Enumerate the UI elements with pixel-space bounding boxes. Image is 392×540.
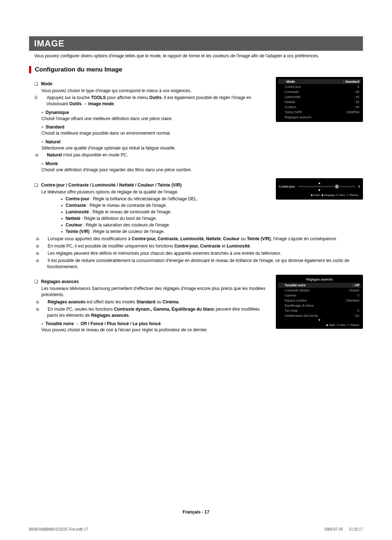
- mode-item-naturel-desc: Sélectionne une qualité d'image optimale…: [41, 145, 269, 151]
- mode-item-dynamique: Dynamique: [41, 110, 269, 115]
- tools-note: ⎘ Appuyez sur la touche TOOLS pour affic…: [46, 95, 269, 107]
- mode-item-dynamique-desc: Choisit l'image offrant une meilleure dé…: [41, 116, 269, 122]
- list-item: Contre-jour : Règle la brillance du rétr…: [66, 196, 269, 202]
- params-heading: Contre-jour / Contraste / Luminosité / N…: [34, 183, 269, 188]
- note-icon: ⦻: [41, 299, 46, 305]
- advanced-note1: ⦻ Réglages avancés est offert dans les m…: [47, 299, 269, 305]
- mode-item-movie: Movie: [41, 161, 269, 166]
- osd-image-menu: · Mode: Standard Contre-jour: 5 Contrast…: [276, 77, 363, 122]
- params-note3: ⦻ Les réglages peuvent être définis et m…: [47, 250, 363, 257]
- print-left: [8500-NA]BN68-02322C-Fre.indb 17: [29, 527, 88, 531]
- list-item: Luminosité : Règle le niveau de luminosi…: [66, 209, 269, 215]
- params-list: Contre-jour : Règle la brillance du rétr…: [52, 196, 269, 235]
- osd-advanced: Réglages avancés Tonalité noire: Off Con…: [276, 275, 363, 329]
- list-item: Contraste : Règle le niveau de contraste…: [66, 202, 269, 209]
- slider-thumb: [335, 185, 338, 188]
- mode-item-standard-desc: Choisit la meilleure image possible dans…: [41, 130, 269, 136]
- params-note2: ⦻ En mode PC, il est possible de modifie…: [47, 243, 363, 249]
- osd-slider: ▲ Contre-jour 5 ▼ ◆ Dépl. ◆ Réglage ⏎ In…: [276, 178, 363, 200]
- page-footer: Français - 17: [0, 510, 392, 515]
- osd-row: Contre-jour: 5: [278, 84, 361, 89]
- mode-item-naturel: Naturel: [41, 139, 269, 144]
- mode-heading: Mode: [34, 81, 269, 86]
- advanced-heading: Réglages avancés: [34, 279, 269, 284]
- tonalite-desc: Vous pouvez choisir le niveau de noir à …: [41, 327, 269, 333]
- osd-footer: ◆ Dépl. ⏎ Intro. ↩ Retour: [278, 322, 361, 327]
- osd-title: Réglages avancés: [278, 277, 361, 283]
- list-item: Netteté : Règle la définition du bord de…: [66, 215, 269, 222]
- banner-title: IMAGE: [29, 36, 363, 51]
- osd-row: Espace couleur: Standard: [278, 298, 361, 303]
- osd-row: Contraste: 95: [278, 89, 361, 94]
- osd-row: · Mode: Standard: [278, 79, 361, 84]
- osd-row: Couleur: 50: [278, 105, 361, 110]
- naturel-note: ⦻ Naturel n'est pas disponible en mode P…: [46, 152, 269, 158]
- red-bar-icon: [29, 66, 31, 73]
- slider-label: Contre-jour: [279, 185, 295, 188]
- note-icon: ⦻: [41, 152, 46, 158]
- arrow-down-icon: ▼: [279, 188, 360, 192]
- mode-desc: Vous pouvez choisir le type d'image qui …: [41, 88, 269, 94]
- advanced-desc: Les nouveaux téléviseurs Samsung permett…: [41, 286, 269, 298]
- slider-value: 5: [358, 185, 360, 188]
- osd-row: Contraste dynam.: Moyen: [278, 288, 361, 293]
- mode-item-movie-desc: Choisit une définition d'image pour rega…: [41, 167, 269, 173]
- section-heading: Configuration du menu Image: [29, 66, 363, 73]
- tools-icon: ⎘: [41, 95, 46, 101]
- osd-footer: ◆ Dépl. ◆ Réglage ⏎ Intro. ↩ Retour: [279, 192, 360, 197]
- note-icon: ⦻: [41, 258, 46, 264]
- advanced-note2: ⦻ En mode PC, seules les fonctions Contr…: [47, 306, 269, 319]
- note-icon: ⦻: [41, 306, 46, 312]
- osd-row: Équilibrage du blanc: [278, 303, 361, 308]
- osd-row: Gamma: 0: [278, 293, 361, 298]
- list-item: Teinte (V/R) : Règle la teinte de couleu…: [66, 228, 269, 235]
- note-icon: ⦻: [41, 250, 46, 257]
- osd-row: Amélioration des bords: On: [278, 313, 361, 318]
- params-note1: ⦻ Lorsque vous apportez des modification…: [47, 236, 363, 242]
- print-right: 2009-07-28 11:32:17: [324, 527, 363, 531]
- section-title: Configuration du menu Image: [35, 66, 122, 73]
- osd-row: Luminosité: 45: [278, 94, 361, 99]
- osd-row: Netteté: 50: [278, 99, 361, 105]
- params-note4: ⦻ Il est possible de réduire considérabl…: [47, 258, 363, 270]
- note-icon: ⦻: [41, 236, 46, 242]
- osd-row: Réglages avancés: [278, 115, 361, 120]
- print-footer: [8500-NA]BN68-02322C-Fre.indb 17 2009-07…: [29, 527, 363, 531]
- osd-row: Ton chair: 0: [278, 308, 361, 313]
- intro-text: Vous pouvez configurer divers options d'…: [34, 53, 363, 59]
- list-item: Couleur : Règle la saturation des couleu…: [66, 222, 269, 228]
- note-icon: ⦻: [41, 243, 46, 249]
- page: IMAGE Vous pouvez configurer divers opti…: [0, 0, 392, 540]
- slider-track: [298, 186, 355, 187]
- osd-row: Teinte (V/R): V50/R50: [278, 110, 361, 115]
- osd-row: Tonalité noire: Off: [278, 283, 361, 288]
- mode-item-standard: Standard: [41, 124, 269, 130]
- tonalite-heading: Tonalité noire → Off / Foncé / Plus fonc…: [41, 321, 269, 326]
- arrow-down-icon: ▼: [278, 318, 361, 322]
- arrow-up-icon: ▲: [279, 181, 360, 185]
- params-intro: Le téléviseur offre plusieurs options de…: [41, 189, 269, 195]
